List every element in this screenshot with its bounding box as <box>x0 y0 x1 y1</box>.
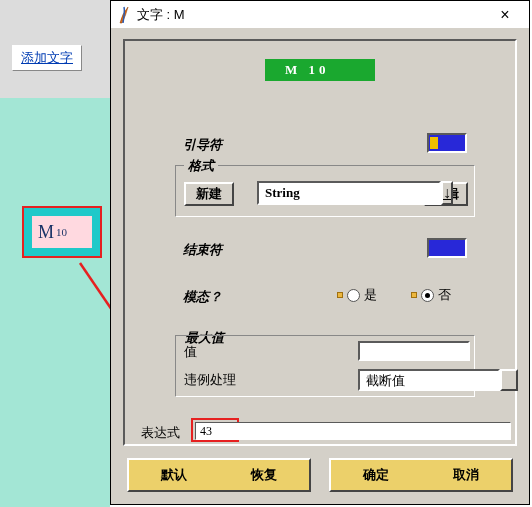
expression-input[interactable] <box>195 422 511 440</box>
selection-marker[interactable]: M 10 <box>22 206 102 258</box>
radio-yes[interactable]: 是 <box>337 286 377 304</box>
radio-deco-icon <box>411 292 417 298</box>
lead-char-label: 引导符 <box>183 136 222 154</box>
max-group: 值 违例处理 截断值 <box>175 335 475 397</box>
ok-button[interactable]: 确定 <box>331 460 421 490</box>
header-tag: M 10 <box>265 59 375 81</box>
button-row: 默认 恢复 确定 取消 <box>127 458 513 492</box>
violation-value: 截断值 <box>358 369 500 391</box>
expression-label: 表达式 <box>141 424 180 442</box>
cancel-button[interactable]: 取消 <box>421 460 511 490</box>
value-label: 值 <box>184 343 197 361</box>
dialog-title: 文字 : M <box>137 6 487 24</box>
new-button[interactable]: 新建 <box>184 182 234 206</box>
close-icon[interactable]: × <box>487 6 523 24</box>
radio-no[interactable]: 否 <box>411 286 451 304</box>
dropdown-icon[interactable]: ↓ <box>441 181 453 205</box>
end-char-label: 结束符 <box>183 241 222 259</box>
violation-label: 违例处理 <box>184 371 236 389</box>
app-icon <box>117 6 131 24</box>
end-char-color[interactable] <box>427 238 467 258</box>
format-combo[interactable]: ↓ <box>257 181 421 205</box>
radio-yes-label: 是 <box>364 286 377 304</box>
selection-inner: M 10 <box>32 216 92 248</box>
titlebar[interactable]: 文字 : M × <box>111 1 529 29</box>
violation-combo[interactable]: 截断值 <box>358 369 518 391</box>
dropdown-icon[interactable] <box>500 369 518 391</box>
button-pair-right: 确定 取消 <box>329 458 513 492</box>
format-title: 格式 <box>184 157 218 175</box>
dialog-content: M 10 引导符 格式 新建 编辑 ↓ 结束符 模态？ 是 否 <box>123 39 517 446</box>
radio-no-label: 否 <box>438 286 451 304</box>
add-text-button[interactable]: 添加文字 <box>12 45 82 71</box>
radio-circle-icon <box>421 289 434 302</box>
selection-number: 10 <box>56 226 67 238</box>
bg-canvas <box>0 98 110 507</box>
color-marker-icon <box>430 137 438 149</box>
lead-char-color[interactable] <box>427 133 467 153</box>
format-type-input[interactable] <box>257 181 441 205</box>
default-button[interactable]: 默认 <box>129 460 219 490</box>
max-value-input[interactable] <box>358 341 470 361</box>
modal-radio-group: 是 否 <box>337 286 451 304</box>
text-dialog: 文字 : M × M 10 引导符 格式 新建 编辑 ↓ 结束符 模态？ 是 <box>110 0 530 505</box>
radio-circle-icon <box>347 289 360 302</box>
selection-letter: M <box>38 222 54 243</box>
restore-button[interactable]: 恢复 <box>219 460 309 490</box>
modal-label: 模态？ <box>183 288 222 306</box>
radio-deco-icon <box>337 292 343 298</box>
button-pair-left: 默认 恢复 <box>127 458 311 492</box>
